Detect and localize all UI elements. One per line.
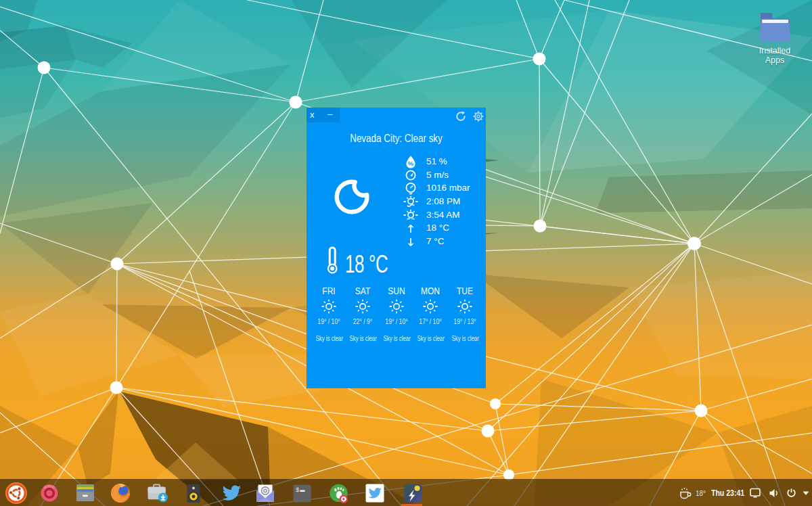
svg-text:%: % [408,160,414,167]
svg-text:$: $ [296,487,300,494]
